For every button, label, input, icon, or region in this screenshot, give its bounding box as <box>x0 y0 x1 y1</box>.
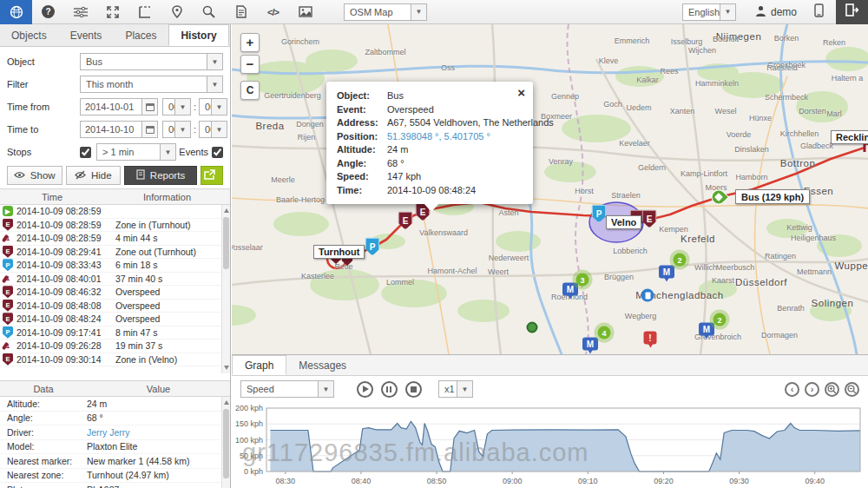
event-list-item[interactable]: E 2014-10-09 08:28:59 Zone in (Turnhout) <box>0 219 230 233</box>
scroll-down-icon[interactable] <box>224 366 229 370</box>
sidebar-tab[interactable]: Events <box>59 24 115 46</box>
zoom-in-button[interactable]: + <box>240 33 260 52</box>
stops-checkbox[interactable] <box>80 147 91 158</box>
event-list-item[interactable]: 1 2014-10-09 09:26:28 19 min 37 s <box>0 340 230 353</box>
time-to-date-input[interactable]: 2014-10-10 <box>80 121 142 138</box>
map-marker[interactable]: 2 <box>674 254 687 267</box>
bottom-tab[interactable]: Messages <box>286 355 358 375</box>
event-list-item[interactable]: E 2014-10-09 09:30:14 Zone in (Velno) <box>0 353 230 367</box>
gallery-button[interactable] <box>289 0 321 24</box>
stop-button[interactable] <box>405 381 422 398</box>
logout-button[interactable] <box>836 0 868 24</box>
help-button[interactable]: ? <box>32 0 64 24</box>
sidebar-tab[interactable]: Objects <box>0 24 59 46</box>
search-button[interactable] <box>193 0 225 24</box>
time-to-hour-select[interactable]: 00 ▼ <box>162 121 191 138</box>
language-select[interactable]: English ▼ <box>682 3 736 21</box>
map-marker[interactable]: 3 <box>576 274 589 287</box>
zone-label[interactable]: Recklingh <box>831 130 868 144</box>
time-from-date-input[interactable]: 2014-10-01 <box>80 98 142 115</box>
center-map-button[interactable]: C <box>240 81 260 100</box>
reports-top-button[interactable] <box>225 0 257 24</box>
play-button[interactable] <box>357 381 373 398</box>
scroll-up-icon[interactable] <box>224 208 229 213</box>
map-marker[interactable] <box>527 322 538 333</box>
fullscreen-button[interactable] <box>96 0 128 24</box>
scrollbar-thumb[interactable] <box>223 217 229 269</box>
event-list-item[interactable]: E 2014-10-09 08:48:24 Overspeed <box>0 313 230 326</box>
event-list-item[interactable]: 1 2014-10-09 08:40:01 37 min 40 s <box>0 273 230 287</box>
mobile-app-button[interactable] <box>814 3 824 21</box>
settings-button[interactable] <box>64 0 96 24</box>
information-column-header[interactable]: Information <box>104 189 230 204</box>
events-checkbox-label: Events <box>179 147 208 157</box>
show-button[interactable]: Show <box>7 166 62 185</box>
map-marker[interactable]: 4 <box>598 326 611 340</box>
zone-label[interactable]: Turnhout <box>313 245 365 259</box>
graph-metric-select[interactable]: Speed ▼ <box>240 380 334 398</box>
data-row-value: New marker 1 (44.58 km) <box>87 456 230 466</box>
scrollbar-thumb[interactable] <box>223 409 229 478</box>
map-city-label: Borken <box>774 34 799 43</box>
reports-button[interactable]: Reports <box>124 166 197 185</box>
map-city-label: Ratingen <box>765 252 796 260</box>
pan-left-button[interactable]: ‹ <box>785 382 799 397</box>
graph-zoom-in-button[interactable] <box>825 382 839 397</box>
map-marker[interactable]: 2 <box>713 313 727 326</box>
graph-zoom-out-button[interactable] <box>845 382 859 397</box>
map-marker[interactable]: M <box>699 323 714 336</box>
pause-button[interactable] <box>381 381 398 398</box>
events-checkbox[interactable] <box>212 147 223 158</box>
time-from-minute-select[interactable]: 00 ▼ <box>199 98 227 115</box>
event-list-item[interactable]: 1 2014-10-09 08:28:59 4 min 44 s <box>0 232 230 246</box>
sidebar-tab[interactable]: History <box>168 24 228 46</box>
time-column-header[interactable]: Time <box>0 189 104 204</box>
map-canvas[interactable]: NijmegenBredaEssenKrefeldDüsseldorfMönch… <box>232 24 868 354</box>
report-file-icon <box>236 5 247 18</box>
event-type-icon: ▶ <box>3 206 13 216</box>
event-list-item[interactable]: P 2014-10-09 09:17:41 8 min 47 s <box>0 326 230 340</box>
time-to-calendar-button[interactable] <box>142 121 158 138</box>
places-button[interactable] <box>161 0 193 24</box>
time-to-minute-select[interactable]: 00 ▼ <box>199 121 227 138</box>
events-scrollbar[interactable] <box>221 205 230 373</box>
pan-right-button[interactable]: › <box>805 382 819 397</box>
time-from-hour-select[interactable]: 00 ▼ <box>162 98 191 115</box>
map-view-button[interactable] <box>0 0 32 24</box>
map-marker[interactable]: M <box>582 338 598 351</box>
hide-button[interactable]: Hide <box>66 166 122 185</box>
map-marker[interactable]: M <box>659 266 674 279</box>
bottom-tab[interactable]: Graph <box>232 355 286 375</box>
map-marker[interactable]: ! <box>644 332 657 345</box>
event-list-item[interactable]: P 2014-10-09 08:33:43 6 min 18 s <box>0 259 230 273</box>
map-marker[interactable] <box>641 289 654 302</box>
time-from-calendar-button[interactable] <box>142 98 158 115</box>
close-icon[interactable]: × <box>517 87 525 99</box>
export-button[interactable] <box>201 166 223 185</box>
map-city-label: Uedem <box>626 103 651 112</box>
object-select[interactable]: Bus ▼ <box>80 53 223 70</box>
zoom-out-button[interactable]: − <box>240 55 260 74</box>
event-list-item[interactable]: E 2014-10-09 08:29:41 Zone out (Turnhout… <box>0 246 230 260</box>
scroll-up-icon[interactable] <box>224 400 229 405</box>
data-scrollbar[interactable] <box>221 397 230 488</box>
stops-duration-select[interactable]: > 1 min ▼ <box>96 143 176 161</box>
bus-speed-label[interactable]: Bus (129 kph) <box>735 189 810 204</box>
speed-chart[interactable]: 0 kph50 kph100 kph150 kph200 kph08:3008:… <box>232 402 868 488</box>
map-marker[interactable]: M <box>562 283 578 296</box>
user-menu[interactable]: demo <box>755 5 797 19</box>
map-provider-select[interactable]: OSM Map ▼ <box>344 3 427 21</box>
map-city-label: Lobberich <box>613 247 648 255</box>
measure-button[interactable] <box>128 0 161 24</box>
filter-select[interactable]: This month ▼ <box>80 76 223 93</box>
playback-rate-select[interactable]: x1 ▼ <box>438 380 473 398</box>
zone-label[interactable]: Velno <box>606 215 641 229</box>
api-code-button[interactable]: </> <box>257 0 289 24</box>
data-column-header[interactable]: Data <box>0 381 87 396</box>
event-list-item[interactable]: E 2014-10-09 08:48:08 Overspeed <box>0 300 230 313</box>
event-list-item[interactable]: ▶ 2014-10-09 08:28:59 <box>0 205 230 219</box>
data-rows-container: Altitude: 24 m Angle: 68 ° Driver: Jerry… <box>0 397 230 480</box>
sidebar-tab[interactable]: Places <box>114 24 168 46</box>
value-column-header[interactable]: Value <box>87 381 230 396</box>
event-list-item[interactable]: E 2014-10-09 08:46:32 Overspeed <box>0 286 230 300</box>
